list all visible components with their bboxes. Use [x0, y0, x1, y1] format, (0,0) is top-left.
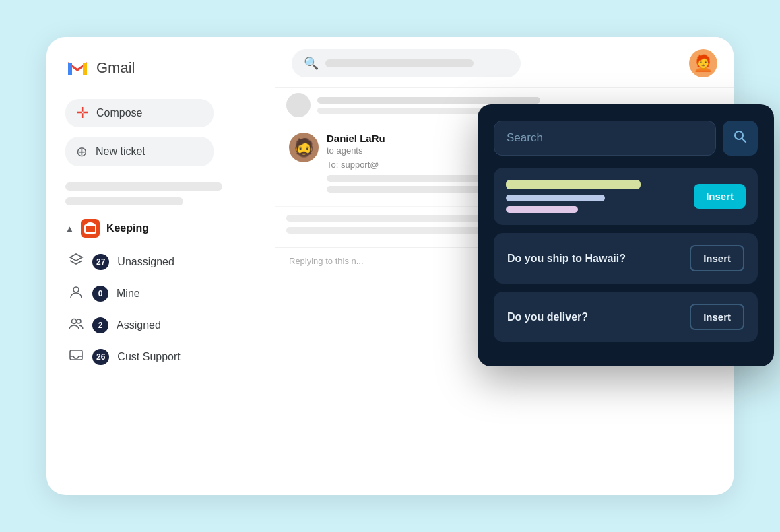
svg-point-8 [735, 131, 743, 139]
qa-question-deliver: Do you deliver? [507, 311, 682, 323]
new-ticket-button[interactable]: ⊕ New ticket [65, 137, 214, 166]
template-line-2 [506, 195, 605, 201]
qa-card-deliver: Do you deliver? Insert [494, 292, 758, 342]
skeleton-name [317, 97, 540, 104]
gmail-header: 🔍 🧑‍🦰 [275, 37, 734, 88]
keeping-panel: Insert Do you ship to Hawaii? Insert Do … [478, 104, 774, 366]
new-ticket-icon: ⊕ [76, 143, 88, 160]
gmail-logo-icon [65, 56, 90, 80]
template-lines [506, 180, 686, 213]
keeping-logo-icon [81, 219, 100, 238]
compose-icon: ✛ [76, 106, 88, 121]
sidebar-item-mine[interactable]: 0 Mine [65, 279, 261, 308]
search-placeholder-bar [325, 59, 474, 67]
gmail-search-bar[interactable]: 🔍 [292, 49, 521, 77]
cust-support-label: Cust Support [117, 351, 180, 363]
new-ticket-label: New ticket [96, 145, 145, 158]
template-line-3 [506, 206, 578, 213]
inbox-icon [68, 347, 84, 366]
sidebar-item-assigned[interactable]: 2 Assigned [65, 310, 261, 339]
assigned-badge: 2 [92, 317, 108, 333]
panel-search-row [494, 121, 758, 156]
skeleton-bar [65, 197, 183, 205]
svg-rect-3 [85, 225, 96, 233]
assigned-label: Assigned [117, 319, 161, 331]
people-icon [68, 316, 84, 334]
keeping-section: ▲ Keeping [65, 219, 261, 371]
skeleton-bar [65, 182, 222, 191]
gmail-logo: Gmail [65, 56, 261, 80]
panel-search-button[interactable] [723, 121, 758, 156]
unassigned-label: Unassigned [117, 256, 174, 268]
compose-button[interactable]: ✛ Compose [65, 99, 214, 127]
user-avatar[interactable]: 🧑‍🦰 [689, 49, 717, 77]
svg-point-5 [72, 319, 77, 324]
svg-point-4 [73, 287, 79, 292]
skeleton-avatar [286, 93, 311, 117]
mine-label: Mine [117, 288, 140, 300]
gmail-search-icon: 🔍 [304, 56, 319, 71]
cust-support-badge: 26 [92, 349, 109, 365]
svg-point-6 [77, 319, 81, 323]
svg-rect-2 [83, 63, 87, 75]
gmail-title: Gmail [96, 59, 135, 77]
layers-icon [68, 253, 84, 271]
sidebar-item-unassigned[interactable]: 27 Unassigned [65, 247, 261, 276]
template-card: Insert [494, 168, 758, 225]
template-line-1 [506, 180, 641, 189]
insert-button-hawaii[interactable]: Insert [690, 245, 744, 271]
compose-label: Compose [96, 107, 142, 119]
keeping-header: ▲ Keeping [65, 219, 261, 238]
mine-badge: 0 [92, 286, 108, 302]
template-insert-button[interactable]: Insert [694, 184, 746, 209]
chevron-up-icon: ▲ [65, 224, 74, 234]
sidebar-item-cust-support[interactable]: 26 Cust Support [65, 342, 261, 371]
person-icon [68, 284, 84, 302]
panel-search-icon [733, 129, 748, 147]
keeping-title: Keeping [106, 222, 149, 234]
gmail-sidebar: Gmail ✛ Compose ⊕ New ticket ▲ [46, 37, 275, 495]
panel-search-input[interactable] [494, 121, 716, 156]
unassigned-badge: 27 [92, 254, 109, 270]
qa-card-hawaii: Do you ship to Hawaii? Insert [494, 233, 758, 284]
insert-button-deliver[interactable]: Insert [690, 304, 744, 330]
qa-question-hawaii: Do you ship to Hawaii? [507, 253, 682, 265]
daniel-avatar: 🧔 [289, 133, 319, 162]
